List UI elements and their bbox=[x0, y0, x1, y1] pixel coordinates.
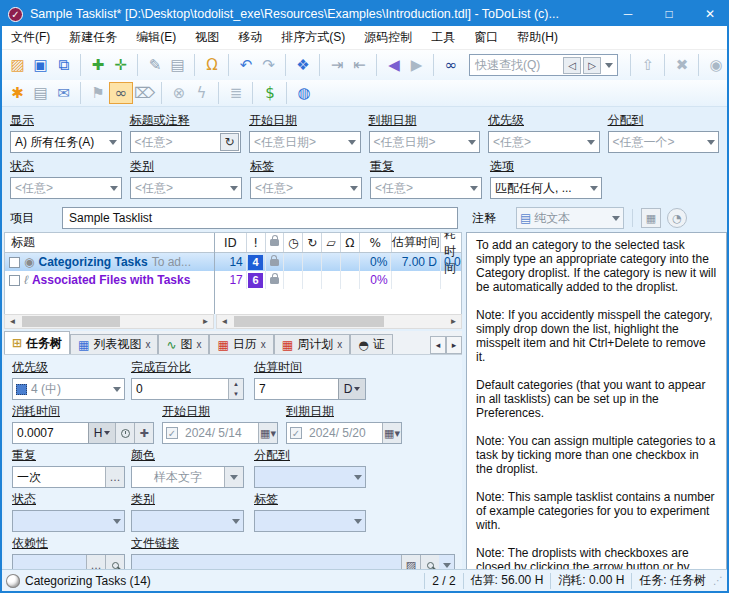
color-combo[interactable]: 样本文字 bbox=[131, 466, 244, 488]
task-link-icon[interactable]: ∞ bbox=[109, 82, 133, 104]
save-all-icon[interactable]: ⧉ bbox=[52, 54, 75, 76]
add-time-button[interactable]: ✚ bbox=[134, 423, 153, 443]
recurrence-more-button[interactable]: ... bbox=[105, 467, 124, 487]
delete-task-icon[interactable]: ✖ bbox=[664, 54, 693, 76]
new-task-icon[interactable]: ✚ bbox=[80, 54, 109, 76]
scroll-log-icon[interactable]: ≣ bbox=[218, 82, 247, 104]
scrollbar-thumb[interactable] bbox=[22, 316, 120, 327]
email-icon[interactable]: ✉ bbox=[52, 82, 75, 104]
filter-combo[interactable]: A) 所有任务(A) bbox=[10, 131, 122, 153]
scroll-right-icon[interactable]: ► bbox=[446, 315, 461, 328]
quick-find-input[interactable]: 快速查找(Q) bbox=[471, 57, 561, 74]
web-update-icon[interactable]: ◍ bbox=[286, 82, 315, 104]
filter-combo[interactable]: <任意> ↻ bbox=[130, 131, 242, 153]
nav-back-icon[interactable]: ◀ bbox=[376, 54, 405, 76]
password-lock-icon[interactable]: ◉ bbox=[698, 54, 727, 76]
chevron-down-icon[interactable] bbox=[109, 511, 124, 531]
start-date-picker[interactable]: ✓ 2024/ 5/14 ▦▾ bbox=[162, 422, 278, 444]
menu-item[interactable]: 排序方式(S) bbox=[281, 29, 345, 46]
task-title[interactable]: Associated Files with Tasks bbox=[32, 273, 191, 287]
outdent-task-icon[interactable]: ⇤ bbox=[348, 54, 371, 76]
menu-item[interactable]: 工具 bbox=[431, 29, 455, 46]
scroll-right-icon[interactable]: ► bbox=[198, 315, 213, 328]
tab-more[interactable]: ◓ 证 bbox=[350, 334, 392, 354]
column-header-id[interactable]: ID bbox=[215, 233, 247, 252]
column-header-spent[interactable]: 消耗时间 bbox=[441, 233, 461, 252]
chevron-down-icon[interactable] bbox=[608, 208, 623, 228]
filter-combo[interactable]: <任意日期> bbox=[369, 131, 481, 153]
due-date-picker[interactable]: ✓ 2024/ 5/20 ▦▾ bbox=[286, 422, 402, 444]
column-header-time[interactable]: ◷ bbox=[284, 233, 303, 252]
quick-find-next-button[interactable]: ▷ bbox=[583, 57, 601, 74]
status-combo[interactable] bbox=[12, 510, 125, 532]
nav-forward-icon[interactable]: ▶ bbox=[405, 54, 428, 76]
filter-combo[interactable]: <任意> bbox=[488, 131, 600, 153]
date-checkbox[interactable]: ✓ bbox=[290, 427, 302, 439]
task-comments-panel[interactable]: To add an category to the selected task … bbox=[466, 232, 727, 570]
date-checkbox[interactable]: ✓ bbox=[166, 427, 178, 439]
money-time-icon[interactable]: $ bbox=[252, 82, 281, 104]
undo-icon[interactable]: ↶ bbox=[228, 54, 257, 76]
estimate-time-input[interactable]: 7 D bbox=[254, 378, 366, 400]
calendar-dropdown-icon[interactable]: ▦▾ bbox=[258, 423, 277, 443]
filter-combo[interactable]: <任意> bbox=[130, 177, 242, 199]
column-header-estimate[interactable]: 估算时间 bbox=[392, 233, 442, 252]
menu-item[interactable]: 源码控制 bbox=[364, 29, 412, 46]
recurrence-input[interactable]: 一次 ... bbox=[12, 466, 125, 488]
chevron-down-icon[interactable] bbox=[464, 132, 479, 152]
task-title[interactable]: Categorizing Tasks bbox=[38, 255, 147, 269]
menu-item[interactable]: 新建任务 bbox=[69, 29, 117, 46]
flag-icon[interactable]: ⚑ bbox=[80, 82, 109, 104]
filter-combo[interactable]: 匹配任何人, ... bbox=[490, 177, 602, 199]
cleanup-icon[interactable]: ⌦ bbox=[133, 82, 156, 104]
lightning-icon[interactable]: ϟ bbox=[190, 82, 213, 104]
print-icon[interactable]: ▤ bbox=[29, 82, 52, 104]
menu-item[interactable]: 编辑(E) bbox=[136, 29, 176, 46]
tabs-scroll-left-button[interactable]: ◂ bbox=[430, 336, 446, 354]
find-tasks-icon[interactable]: ∞ bbox=[433, 54, 462, 76]
tab-chart[interactable]: ∿ 图 x bbox=[158, 334, 209, 354]
new-subtask-icon[interactable]: ✛ bbox=[109, 54, 132, 76]
title-pane-scrollbar[interactable]: ◄ ► bbox=[4, 314, 214, 329]
sort-icon[interactable]: ⇧ bbox=[630, 54, 659, 76]
chevron-down-icon[interactable] bbox=[106, 178, 121, 198]
task-row[interactable]: 17 6 0% bbox=[215, 271, 461, 289]
insert-time-button[interactable]: ◔ bbox=[667, 208, 687, 228]
tab-listview[interactable]: ▦ 列表视图 x bbox=[70, 334, 158, 354]
track-time-button[interactable] bbox=[115, 423, 134, 443]
column-header-priority[interactable]: ! bbox=[247, 233, 266, 252]
tab-calendar[interactable]: ▦ 日历 x bbox=[209, 334, 273, 354]
minimize-button[interactable]: ─ bbox=[611, 2, 645, 26]
comments-format-combo[interactable]: ▤ 纯文本 bbox=[516, 207, 624, 229]
chevron-down-icon[interactable] bbox=[226, 178, 241, 198]
time-unit-dropdown[interactable]: D bbox=[338, 379, 365, 399]
column-header-reminder[interactable]: Ω bbox=[341, 233, 360, 252]
filter-combo[interactable]: <任意> bbox=[370, 177, 482, 199]
menu-item[interactable]: 窗口 bbox=[474, 29, 498, 46]
reminder-bell-icon[interactable]: Ω bbox=[194, 54, 223, 76]
chevron-down-icon[interactable] bbox=[109, 379, 124, 399]
chevron-down-icon[interactable] bbox=[228, 511, 243, 531]
redo-icon[interactable]: ↷ bbox=[257, 54, 280, 76]
chevron-down-icon[interactable] bbox=[346, 178, 361, 198]
tag-combo[interactable] bbox=[254, 510, 366, 532]
task-checkbox[interactable] bbox=[9, 275, 20, 286]
column-header-percent[interactable]: % bbox=[360, 233, 392, 252]
allocated-to-combo[interactable] bbox=[254, 466, 366, 488]
column-header-title[interactable]: 标题 bbox=[5, 233, 214, 252]
chevron-down-icon[interactable] bbox=[345, 132, 360, 152]
open-tasklist-icon[interactable]: ▨ bbox=[6, 54, 29, 76]
insert-date-button[interactable]: ▦ bbox=[641, 208, 661, 228]
scrollbar-thumb[interactable] bbox=[234, 316, 384, 327]
calendar-dropdown-icon[interactable]: ▦▾ bbox=[382, 423, 401, 443]
chevron-down-icon[interactable] bbox=[350, 467, 365, 487]
save-icon[interactable]: ▣ bbox=[29, 54, 52, 76]
chevron-down-icon[interactable] bbox=[106, 132, 121, 152]
task-attributes-icon[interactable]: ▤ bbox=[166, 54, 189, 76]
column-header-filelink[interactable]: ▱ bbox=[322, 233, 341, 252]
tabs-scroll-right-button[interactable]: ▸ bbox=[446, 336, 462, 354]
column-header-lock[interactable] bbox=[266, 233, 285, 252]
menu-item[interactable]: 帮助(H) bbox=[517, 29, 558, 46]
menu-item[interactable]: 文件(F) bbox=[11, 29, 50, 46]
quick-find-dropdown[interactable] bbox=[601, 56, 616, 74]
